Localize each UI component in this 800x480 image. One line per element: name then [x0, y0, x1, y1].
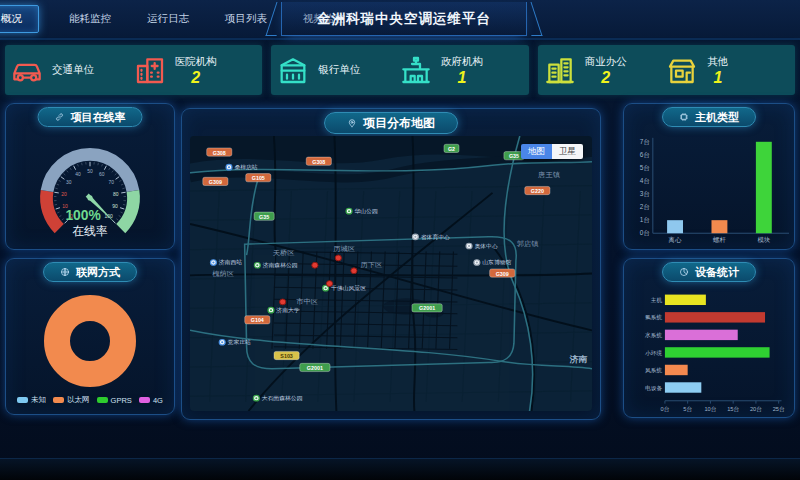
stat-item: 银行单位	[277, 54, 400, 86]
legend-swatch	[53, 397, 64, 403]
office-building-icon	[544, 54, 576, 86]
project-marker[interactable]	[280, 299, 286, 305]
dashboard-page: 概况能耗监控运行日志项目列表视频监控 金洲科瑞中央空调运维平台 交通单位医院机构…	[0, 0, 800, 480]
bank-icon	[277, 54, 309, 86]
svg-text:电设备: 电设备	[645, 385, 662, 392]
tab-3[interactable]: 运行日志	[141, 7, 195, 31]
svg-text:山东博物馆: 山东博物馆	[482, 259, 512, 266]
svg-text:千佛山风景区: 千佛山风景区	[331, 285, 366, 292]
shop-icon	[666, 54, 698, 86]
network-legend: 未知以太网GPRS4G	[6, 395, 174, 405]
bar-电设备	[665, 382, 701, 392]
svg-text:4台: 4台	[640, 177, 650, 185]
stat-card-3: 商业办公2其他1	[538, 45, 795, 95]
svg-text:5台: 5台	[640, 164, 650, 172]
stat-item-text: 其他1	[707, 55, 728, 86]
legend-label: 未知	[31, 395, 46, 405]
svg-text:2台: 2台	[640, 203, 650, 211]
project-marker[interactable]	[351, 268, 357, 274]
map-canvas[interactable]: G308G309G105G308G2G35G35G309G220G104S103…	[190, 136, 592, 411]
bar-主机	[665, 295, 706, 305]
svg-text:济南大学: 济南大学	[275, 307, 300, 314]
svg-text:党家庄站: 党家庄站	[228, 339, 252, 346]
stat-item-text: 商业办公2	[585, 55, 627, 86]
panel-network-type: 联网方式 未知以太网GPRS4G	[5, 258, 175, 415]
online-rate-gauge: 0102030405060708090100100%在线率	[6, 130, 174, 249]
panel-title: 主机类型	[695, 110, 739, 125]
government-icon	[400, 54, 432, 86]
globe-icon	[60, 267, 71, 278]
stat-card-1: 交通单位医院机构2	[5, 45, 262, 95]
svg-text:G220: G220	[531, 188, 544, 194]
svg-text:G2001: G2001	[307, 365, 323, 371]
svg-text:模块: 模块	[757, 236, 770, 243]
svg-text:氟系统: 氟系统	[645, 314, 662, 321]
stat-cards: 交通单位医院机构2银行单位政府机构1商业办公2其他1	[5, 45, 795, 95]
svg-text:G35: G35	[259, 214, 269, 220]
project-marker[interactable]	[326, 281, 332, 287]
tab-4[interactable]: 项目列表	[219, 7, 273, 31]
legend-swatch	[139, 397, 150, 403]
svg-text:水系统: 水系统	[644, 332, 662, 339]
car-icon	[11, 54, 43, 86]
legend-item[interactable]: GPRS	[97, 395, 132, 405]
svg-text:G105: G105	[252, 175, 265, 181]
svg-text:济南西站: 济南西站	[218, 259, 243, 266]
svg-text:G308: G308	[312, 159, 325, 165]
panel-project-map: 项目分布地图	[181, 108, 601, 420]
panel-network-header: 联网方式	[43, 262, 137, 282]
svg-text:华山公园: 华山公园	[354, 208, 377, 215]
project-marker[interactable]	[335, 255, 341, 261]
map-layer-satellite[interactable]: 卫星	[552, 144, 583, 159]
svg-text:G2: G2	[448, 146, 455, 152]
svg-text:桑梓店站: 桑梓店站	[234, 164, 258, 171]
svg-text:大石崮森林公园: 大石崮森林公园	[262, 395, 303, 402]
gauge-value: 100%	[65, 207, 100, 223]
legend-label: GPRS	[111, 396, 132, 405]
stat-item-label: 商业办公	[585, 55, 627, 69]
top-header: 概况能耗监控运行日志项目列表视频监控 金洲科瑞中央空调运维平台	[0, 0, 800, 40]
svg-text:离心: 离心	[668, 236, 682, 244]
district-label: 唐王镇	[538, 170, 560, 179]
bar-chart-svg: 0台1台2台3台4台5台6台7台离心螺杆模块	[627, 132, 791, 247]
bar-风系统	[665, 365, 688, 375]
stat-item-value: 2	[191, 69, 200, 86]
stat-item-label: 交通单位	[52, 63, 94, 77]
svg-text:60: 60	[99, 172, 105, 177]
svg-text:90: 90	[112, 204, 118, 209]
gauge-label: 在线率	[72, 224, 108, 238]
legend-swatch	[17, 397, 28, 403]
svg-text:G2001: G2001	[419, 306, 435, 312]
panel-title: 联网方式	[76, 265, 120, 280]
stat-item: 政府机构1	[400, 54, 523, 86]
district-label: 历城区	[333, 245, 355, 254]
panel-host-type: 主机类型 0台1台2台3台4台5台6台7台离心螺杆模块	[623, 103, 795, 250]
svg-text:小环境: 小环境	[645, 350, 662, 357]
bar-水系统	[665, 330, 738, 340]
svg-text:0台: 0台	[640, 229, 650, 237]
district-label: 历下区	[361, 260, 383, 269]
legend-label: 4G	[153, 396, 163, 405]
stat-item-value: 2	[601, 69, 610, 86]
svg-text:80: 80	[113, 192, 119, 197]
svg-text:济南森林公园: 济南森林公园	[262, 262, 298, 269]
map-layer-map[interactable]: 地图	[521, 144, 552, 159]
panel-host-header: 主机类型	[662, 107, 756, 127]
tab-1[interactable]: 概况	[0, 5, 39, 33]
bar-氟系统	[665, 312, 765, 322]
svg-text:1台: 1台	[640, 216, 650, 224]
svg-text:25台: 25台	[773, 406, 785, 413]
legend-item[interactable]: 以太网	[53, 395, 90, 405]
stat-item-text: 医院机构2	[175, 55, 217, 86]
tab-2[interactable]: 能耗监控	[63, 7, 117, 31]
legend-item[interactable]: 未知	[17, 395, 46, 405]
link-icon	[55, 112, 66, 123]
svg-text:风系统: 风系统	[645, 367, 662, 374]
panel-title: 项目在线率	[71, 110, 126, 125]
project-marker[interactable]	[312, 262, 318, 268]
legend-item[interactable]: 4G	[139, 395, 163, 405]
svg-text:7台: 7台	[640, 138, 650, 146]
stat-item-text: 政府机构1	[441, 55, 483, 86]
svg-text:40: 40	[75, 172, 81, 177]
svg-text:G104: G104	[251, 317, 264, 323]
